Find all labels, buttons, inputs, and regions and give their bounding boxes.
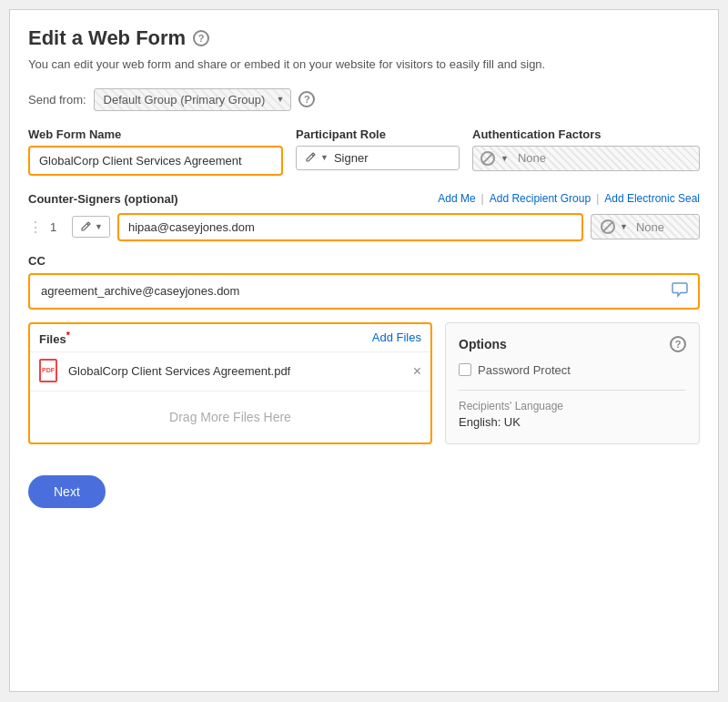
page-subtitle: You can edit your web form and share or … [28,56,700,74]
drag-drop-area: Drag More Files Here [30,391,430,443]
signer-auth-value: None [636,220,664,234]
files-options-grid: Files* Add Files PDF GlobalCorp Client S… [28,322,700,463]
signer-auth-dropdown[interactable]: ▼ None [591,214,700,239]
file-item: PDF GlobalCorp Client Services Agreement… [30,351,430,391]
svg-line-1 [87,224,89,226]
auth-factors-field: Authentication Factors ▼ None [472,127,700,171]
file-remove-btn[interactable]: × [413,364,421,379]
signer-ban-icon [601,219,615,234]
ban-icon [480,151,495,166]
auth-chevron: ▼ [500,154,509,163]
files-box: Files* Add Files PDF GlobalCorp Client S… [28,322,432,444]
options-help-icon[interactable]: ? [670,336,686,352]
participant-role-value: Signer [334,151,369,165]
options-title: Options [459,337,507,351]
send-from-select-wrapper[interactable]: Default Group (Primary Group) [94,88,292,111]
page-title: Edit a Web Form [28,26,186,50]
pdf-icon: PDF [39,359,61,384]
counter-signers-section: Counter-Signers (optional) Add Me | Add … [28,192,700,241]
web-form-name-label: Web Form Name [28,127,283,141]
options-box: Options ? Password Protect Recipients' L… [445,322,700,444]
pen-chevron: ▼ [320,153,329,162]
next-button[interactable]: Next [28,475,106,508]
auth-factors-value: None [518,151,546,165]
file-name: GlobalCorp Client Services Agreement.pdf [68,364,406,378]
participant-role-label: Participant Role [296,127,460,141]
files-section: Files* Add Files PDF GlobalCorp Client S… [28,322,432,444]
signer-auth-chevron: ▼ [620,222,628,231]
cc-section: CC [28,254,700,310]
options-header: Options ? [459,336,686,352]
add-electronic-seal-link[interactable]: Add Electronic Seal [604,192,700,205]
signer-number: 1 [50,220,65,234]
participant-role-select[interactable]: ▼ Signer [296,146,460,170]
cc-input-row [28,273,700,310]
web-form-name-input[interactable] [28,146,283,176]
cc-email-input[interactable] [30,277,662,305]
send-from-help-icon[interactable]: ? [298,91,315,107]
password-protect-checkbox[interactable] [459,363,471,376]
counter-signers-actions: Add Me | Add Recipient Group | Add Elect… [438,192,700,205]
add-files-link[interactable]: Add Files [372,331,421,344]
signer-role-btn[interactable]: ▼ [72,216,110,238]
signer-role-chevron: ▼ [95,222,103,231]
comment-icon[interactable] [662,275,698,308]
title-help-icon[interactable]: ? [193,30,209,46]
pdf-icon-shape: PDF [39,359,57,382]
files-label: Files* [39,330,70,346]
recipients-language-value: English: UK [459,415,686,429]
options-divider [459,390,686,391]
password-protect-row: Password Protect [459,363,686,377]
counter-signers-title: Counter-Signers (optional) [28,192,178,206]
password-protect-label: Password Protect [478,363,571,377]
add-me-link[interactable]: Add Me [438,192,475,205]
main-container: Edit a Web Form ? You can edit your web … [9,9,719,692]
auth-factors-select[interactable]: ▼ None [472,146,700,171]
drag-handle[interactable]: ⋮ [28,219,43,236]
participant-role-field: Participant Role ▼ Signer [296,127,460,170]
signer-email-input[interactable] [117,213,583,241]
cc-label: CC [28,254,700,268]
counter-signer-row: ⋮ 1 ▼ ▼ None [28,213,700,241]
pen-icon [304,151,317,164]
form-grid: Web Form Name Participant Role ▼ Signer … [28,127,700,176]
add-recipient-group-link[interactable]: Add Recipient Group [490,192,591,205]
files-header: Files* Add Files [30,324,430,351]
send-from-select[interactable]: Default Group (Primary Group) [94,88,292,111]
comment-svg [671,280,689,299]
auth-factors-label: Authentication Factors [472,127,700,141]
signer-pen-icon [79,220,92,233]
send-from-row: Send from: Default Group (Primary Group)… [28,88,700,111]
send-from-label: Send from: [28,93,86,107]
web-form-name-field: Web Form Name [28,127,283,176]
recipients-language-label: Recipients' Language [459,400,686,412]
counter-signers-header: Counter-Signers (optional) Add Me | Add … [28,192,700,206]
svg-line-0 [312,155,314,157]
